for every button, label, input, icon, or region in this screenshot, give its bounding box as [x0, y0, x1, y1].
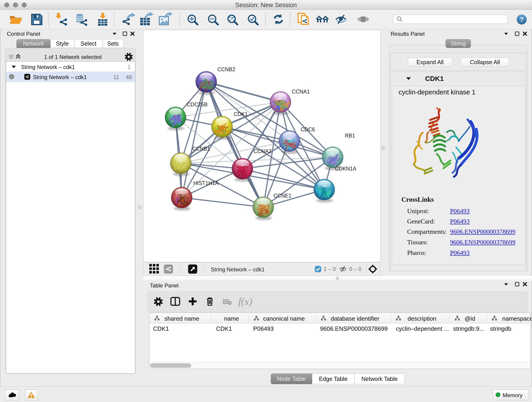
- svg-text:CCNB2: CCNB2: [217, 66, 235, 72]
- svg-text:CCNA2: CCNA2: [254, 148, 272, 154]
- svg-text:HIST1H1A: HIST1H1A: [193, 180, 219, 186]
- svg-text:CCNE1: CCNE1: [273, 193, 291, 199]
- svg-text:CDK1: CDK1: [234, 111, 248, 117]
- svg-text:CDC6: CDC6: [301, 127, 315, 133]
- svg-text:CDKN1A: CDKN1A: [335, 166, 356, 172]
- svg-text:?: ?: [520, 16, 524, 23]
- svg-text:CDC25B: CDC25B: [187, 102, 208, 108]
- svg-text:CCNB1: CCNB1: [192, 146, 210, 152]
- svg-text:RB1: RB1: [345, 133, 355, 139]
- svg-text:CCNA1: CCNA1: [292, 89, 310, 95]
